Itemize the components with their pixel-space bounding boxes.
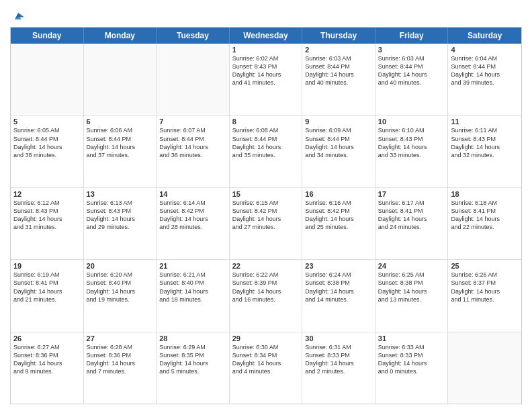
calendar-cell: 6Sunrise: 6:06 AM Sunset: 8:44 PM Daylig…	[84, 116, 157, 187]
day-number: 14	[159, 190, 226, 198]
day-number: 6	[87, 118, 154, 126]
day-number: 26	[13, 334, 81, 342]
weekday-header: Saturday	[448, 28, 521, 44]
calendar-cell	[157, 44, 230, 115]
calendar-cell: 26Sunrise: 6:27 AM Sunset: 8:36 PM Dayli…	[11, 332, 84, 404]
cell-info: Sunrise: 6:25 AM Sunset: 8:38 PM Dayligh…	[378, 271, 445, 304]
cell-info: Sunrise: 6:07 AM Sunset: 8:44 PM Dayligh…	[159, 126, 226, 159]
calendar-cell: 10Sunrise: 6:10 AM Sunset: 8:43 PM Dayli…	[375, 116, 449, 187]
page: SundayMondayTuesdayWednesdayThursdayFrid…	[0, 0, 532, 411]
cell-info: Sunrise: 6:30 AM Sunset: 8:34 PM Dayligh…	[232, 343, 300, 376]
calendar-cell: 16Sunrise: 6:16 AM Sunset: 8:42 PM Dayli…	[302, 188, 375, 259]
day-number: 10	[378, 118, 445, 126]
calendar-cell: 21Sunrise: 6:21 AM Sunset: 8:40 PM Dayli…	[157, 260, 230, 331]
day-number: 24	[378, 262, 445, 270]
calendar-cell: 19Sunrise: 6:19 AM Sunset: 8:41 PM Dayli…	[11, 260, 84, 331]
calendar-row: 1Sunrise: 6:02 AM Sunset: 8:43 PM Daylig…	[11, 44, 521, 116]
cell-info: Sunrise: 6:08 AM Sunset: 8:44 PM Dayligh…	[232, 126, 300, 159]
calendar-cell: 3Sunrise: 6:03 AM Sunset: 8:44 PM Daylig…	[375, 44, 449, 115]
calendar-row: 19Sunrise: 6:19 AM Sunset: 8:41 PM Dayli…	[11, 260, 521, 332]
weekday-header: Tuesday	[157, 28, 230, 44]
cell-info: Sunrise: 6:12 AM Sunset: 8:43 PM Dayligh…	[13, 199, 81, 232]
logo	[10, 9, 26, 23]
day-number: 2	[305, 46, 372, 54]
cell-info: Sunrise: 6:13 AM Sunset: 8:43 PM Dayligh…	[87, 199, 154, 232]
cell-info: Sunrise: 6:19 AM Sunset: 8:41 PM Dayligh…	[13, 271, 81, 304]
cell-info: Sunrise: 6:03 AM Sunset: 8:44 PM Dayligh…	[305, 54, 372, 87]
cell-info: Sunrise: 6:16 AM Sunset: 8:42 PM Dayligh…	[305, 199, 372, 232]
day-number: 23	[305, 262, 372, 270]
calendar-cell: 14Sunrise: 6:14 AM Sunset: 8:42 PM Dayli…	[157, 188, 230, 259]
cell-info: Sunrise: 6:29 AM Sunset: 8:35 PM Dayligh…	[159, 343, 226, 376]
logo-icon	[11, 9, 25, 23]
day-number: 4	[451, 46, 519, 54]
day-number: 1	[232, 46, 300, 54]
calendar-cell: 28Sunrise: 6:29 AM Sunset: 8:35 PM Dayli…	[157, 332, 230, 404]
calendar-cell	[11, 44, 84, 115]
weekday-header: Sunday	[11, 28, 84, 44]
day-number: 3	[378, 46, 445, 54]
calendar-cell: 13Sunrise: 6:13 AM Sunset: 8:43 PM Dayli…	[84, 188, 157, 259]
day-number: 7	[159, 118, 226, 126]
day-number: 22	[232, 262, 300, 270]
calendar: SundayMondayTuesdayWednesdayThursdayFrid…	[10, 27, 522, 404]
day-number: 12	[13, 190, 81, 198]
day-number: 17	[378, 190, 445, 198]
calendar-cell	[448, 332, 521, 404]
cell-info: Sunrise: 6:22 AM Sunset: 8:39 PM Dayligh…	[232, 271, 300, 304]
day-number: 19	[13, 262, 81, 270]
cell-info: Sunrise: 6:15 AM Sunset: 8:42 PM Dayligh…	[232, 199, 300, 232]
calendar-cell: 12Sunrise: 6:12 AM Sunset: 8:43 PM Dayli…	[11, 188, 84, 259]
cell-info: Sunrise: 6:31 AM Sunset: 8:33 PM Dayligh…	[305, 343, 372, 376]
day-number: 27	[87, 334, 154, 342]
weekday-header: Wednesday	[230, 28, 303, 44]
calendar-cell: 20Sunrise: 6:20 AM Sunset: 8:40 PM Dayli…	[84, 260, 157, 331]
calendar-cell: 27Sunrise: 6:28 AM Sunset: 8:36 PM Dayli…	[84, 332, 157, 404]
day-number: 18	[451, 190, 519, 198]
weekday-header: Friday	[375, 28, 449, 44]
day-number: 30	[305, 334, 372, 342]
day-number: 28	[159, 334, 226, 342]
day-number: 11	[451, 118, 519, 126]
cell-info: Sunrise: 6:28 AM Sunset: 8:36 PM Dayligh…	[87, 343, 154, 376]
calendar-cell: 1Sunrise: 6:02 AM Sunset: 8:43 PM Daylig…	[230, 44, 303, 115]
cell-info: Sunrise: 6:09 AM Sunset: 8:44 PM Dayligh…	[305, 126, 372, 159]
calendar-cell	[84, 44, 157, 115]
weekday-header: Monday	[84, 28, 157, 44]
cell-info: Sunrise: 6:18 AM Sunset: 8:41 PM Dayligh…	[451, 199, 519, 232]
calendar-row: 26Sunrise: 6:27 AM Sunset: 8:36 PM Dayli…	[11, 332, 521, 404]
calendar-row: 5Sunrise: 6:05 AM Sunset: 8:44 PM Daylig…	[11, 116, 521, 187]
day-number: 13	[87, 190, 154, 198]
calendar-cell: 31Sunrise: 6:33 AM Sunset: 8:33 PM Dayli…	[375, 332, 449, 404]
cell-info: Sunrise: 6:14 AM Sunset: 8:42 PM Dayligh…	[159, 199, 226, 232]
cell-info: Sunrise: 6:20 AM Sunset: 8:40 PM Dayligh…	[87, 271, 154, 304]
cell-info: Sunrise: 6:04 AM Sunset: 8:44 PM Dayligh…	[451, 54, 519, 87]
day-number: 15	[232, 190, 300, 198]
calendar-cell: 2Sunrise: 6:03 AM Sunset: 8:44 PM Daylig…	[302, 44, 375, 115]
calendar-cell: 17Sunrise: 6:17 AM Sunset: 8:41 PM Dayli…	[375, 188, 449, 259]
day-number: 20	[87, 262, 154, 270]
cell-info: Sunrise: 6:21 AM Sunset: 8:40 PM Dayligh…	[159, 271, 226, 304]
cell-info: Sunrise: 6:03 AM Sunset: 8:44 PM Dayligh…	[378, 54, 445, 87]
calendar-cell: 24Sunrise: 6:25 AM Sunset: 8:38 PM Dayli…	[375, 260, 449, 331]
cell-info: Sunrise: 6:17 AM Sunset: 8:41 PM Dayligh…	[378, 199, 445, 232]
day-number: 21	[159, 262, 226, 270]
calendar-cell: 18Sunrise: 6:18 AM Sunset: 8:41 PM Dayli…	[448, 188, 521, 259]
calendar-cell: 29Sunrise: 6:30 AM Sunset: 8:34 PM Dayli…	[230, 332, 303, 404]
cell-info: Sunrise: 6:24 AM Sunset: 8:38 PM Dayligh…	[305, 271, 372, 304]
calendar-cell: 7Sunrise: 6:07 AM Sunset: 8:44 PM Daylig…	[157, 116, 230, 187]
day-number: 8	[232, 118, 300, 126]
cell-info: Sunrise: 6:26 AM Sunset: 8:37 PM Dayligh…	[451, 271, 519, 304]
day-number: 29	[232, 334, 300, 342]
cell-info: Sunrise: 6:06 AM Sunset: 8:44 PM Dayligh…	[87, 126, 154, 159]
calendar-cell: 4Sunrise: 6:04 AM Sunset: 8:44 PM Daylig…	[448, 44, 521, 115]
calendar-cell: 15Sunrise: 6:15 AM Sunset: 8:42 PM Dayli…	[230, 188, 303, 259]
calendar-cell: 22Sunrise: 6:22 AM Sunset: 8:39 PM Dayli…	[230, 260, 303, 331]
calendar-cell: 30Sunrise: 6:31 AM Sunset: 8:33 PM Dayli…	[302, 332, 375, 404]
day-number: 9	[305, 118, 372, 126]
day-number: 25	[451, 262, 519, 270]
calendar-cell: 9Sunrise: 6:09 AM Sunset: 8:44 PM Daylig…	[302, 116, 375, 187]
cell-info: Sunrise: 6:02 AM Sunset: 8:43 PM Dayligh…	[232, 54, 300, 87]
cell-info: Sunrise: 6:11 AM Sunset: 8:43 PM Dayligh…	[451, 126, 519, 159]
calendar-cell: 25Sunrise: 6:26 AM Sunset: 8:37 PM Dayli…	[448, 260, 521, 331]
